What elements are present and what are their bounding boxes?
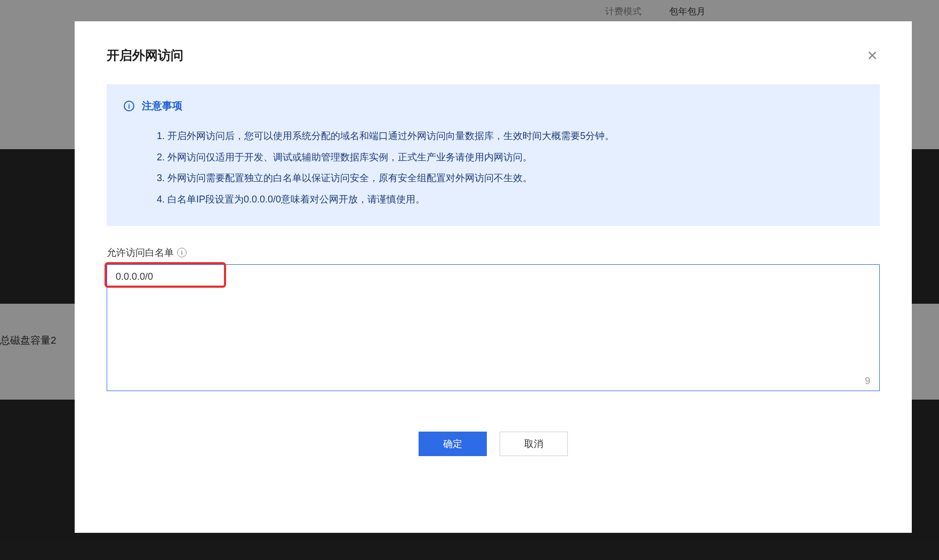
whitelist-label: 允许访问白名单 xyxy=(107,246,174,259)
char-count: 9 xyxy=(865,376,870,387)
confirm-button[interactable]: 确定 xyxy=(419,432,487,456)
whitelist-textarea[interactable] xyxy=(107,264,880,391)
notice-box: i 注意事项 1. 开启外网访问后，您可以使用系统分配的域名和端口通过外网访问向… xyxy=(107,84,880,226)
modal-title: 开启外网访问 xyxy=(107,47,183,64)
notice-item: 1. 开启外网访问后，您可以使用系统分配的域名和端口通过外网访问向量数据库，生效… xyxy=(157,126,863,147)
notice-item: 4. 白名单IP段设置为0.0.0.0/0意味着对公网开放，请谨慎使用。 xyxy=(157,189,863,210)
info-icon: i xyxy=(124,101,134,111)
whitelist-textarea-wrapper: 9 xyxy=(107,264,880,393)
info-icon[interactable]: i xyxy=(177,248,187,257)
modal-header: 开启外网访问 xyxy=(107,47,880,64)
cancel-button[interactable]: 取消 xyxy=(500,432,568,456)
notice-list: 1. 开启外网访问后，您可以使用系统分配的域名和端口通过外网访问向量数据库，生效… xyxy=(124,126,863,210)
modal-footer: 确定 取消 xyxy=(107,432,880,456)
close-icon xyxy=(866,50,878,61)
notice-item: 3. 外网访问需要配置独立的白名单以保证访问安全，原有安全组配置对外网访问不生效… xyxy=(157,168,863,189)
notice-title: 注意事项 xyxy=(142,99,182,113)
notice-header: i 注意事项 xyxy=(124,99,863,113)
whitelist-label-row: 允许访问白名单 i xyxy=(107,246,880,259)
notice-item: 2. 外网访问仅适用于开发、调试或辅助管理数据库实例，正式生产业务请使用内网访问… xyxy=(157,147,863,168)
enable-external-access-modal: 开启外网访问 i 注意事项 1. 开启外网访问后，您可以使用系统分配的域名和端口… xyxy=(75,21,912,533)
close-button[interactable] xyxy=(865,48,880,63)
